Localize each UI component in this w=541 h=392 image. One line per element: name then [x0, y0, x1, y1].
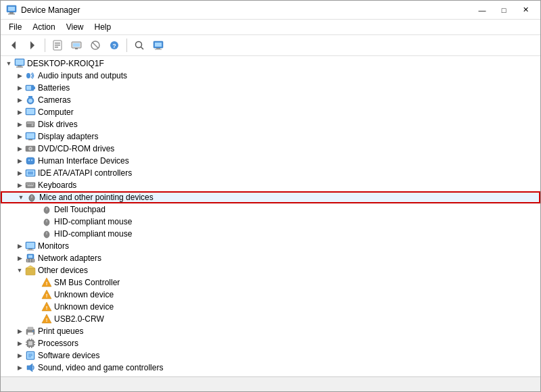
expand-other[interactable]: ▼ [14, 265, 25, 276]
tree-node-smbus[interactable]: ▶ ! SM Bus Controller [1, 276, 540, 289]
back-button[interactable] [5, 37, 22, 53]
hid-mouse-1-label: HID-compliant mouse [54, 217, 132, 226]
mouse2-icon [41, 216, 52, 227]
network-label: Network adapters [38, 253, 101, 263]
svg-rect-68 [26, 243, 34, 248]
ide-icon [25, 168, 36, 178]
network-icon [25, 253, 36, 264]
tree-node-hid-mouse-2[interactable]: ▶ HID-compliant mouse [1, 228, 540, 240]
maximize-button[interactable]: □ [494, 3, 513, 17]
expand-processors[interactable]: ▶ [14, 338, 25, 349]
mouse3-icon [41, 228, 52, 239]
tree-node-mice[interactable]: ▼ Mice and other pointing devices [1, 191, 540, 203]
svg-text:?: ? [112, 43, 116, 49]
svg-rect-20 [155, 43, 162, 47]
tree-node-ide[interactable]: ▶ IDE ATA/ATAPI controllers [1, 167, 540, 179]
tree-node-sound[interactable]: ▶ Sound, video and game controllers [1, 362, 540, 374]
svg-text:!: ! [46, 293, 48, 299]
tree-node-processors[interactable]: ▶ Processors [1, 337, 540, 349]
tree-node-display[interactable]: ▶ Display adapters [1, 130, 540, 143]
scan-button[interactable] [131, 37, 148, 53]
batteries-label: Batteries [38, 83, 70, 93]
tree-node-unknown-2[interactable]: ▶ ! Unknown device [1, 301, 540, 313]
svg-point-47 [31, 160, 32, 161]
computer2-icon [25, 107, 36, 118]
menu-action[interactable]: Action [27, 21, 60, 33]
tree-node-hid-mouse-1[interactable]: ▶ HID-compliant mouse [1, 216, 540, 228]
expand-cameras[interactable]: ▶ [14, 95, 25, 105]
forward-button[interactable] [24, 37, 41, 53]
svg-marker-5 [30, 41, 34, 49]
svg-rect-97 [29, 339, 30, 340]
expand-computer[interactable]: ▶ [14, 107, 25, 118]
svg-rect-25 [18, 66, 22, 67]
close-button[interactable]: ✕ [516, 3, 535, 17]
expand-display[interactable]: ▶ [14, 131, 25, 142]
help-button[interactable]: ? [105, 37, 123, 53]
expand-keyboards[interactable]: ▶ [14, 180, 25, 191]
other-label: Other devices [38, 266, 88, 275]
monitors-label: Monitors [38, 241, 69, 251]
expand-disk[interactable]: ▶ [14, 119, 25, 130]
menu-help[interactable]: Help [89, 21, 117, 33]
tree-node-dvd[interactable]: ▶ DVD/CD-ROM drives [1, 143, 540, 155]
expand-sound[interactable]: ▶ [14, 362, 25, 373]
tree-node-other[interactable]: ▼ Other devices [1, 264, 540, 276]
tree-node-hid[interactable]: ▶ Human Interface Devices [1, 155, 540, 167]
sound-label: Sound, video and game controllers [38, 363, 163, 372]
cameras-label: Cameras [38, 95, 71, 105]
software-label: Software devices [38, 351, 99, 360]
warning-unknown2-icon: ! [41, 301, 52, 312]
svg-rect-1 [8, 7, 15, 11]
tree-node-unknown-1[interactable]: ▶ ! Unknown device [1, 289, 540, 301]
expand-network[interactable]: ▶ [14, 253, 25, 264]
disable-button[interactable] [87, 37, 104, 53]
tree-node-disk[interactable]: ▶ Disk drives [1, 118, 540, 130]
tree-node-touchpad[interactable]: ▶ Dell Touchpad [1, 203, 540, 216]
keyboards-label: Keyboards [38, 180, 76, 190]
minimize-button[interactable]: — [473, 3, 492, 17]
warning-usb-icon: ! [41, 314, 52, 324]
tree-node-root[interactable]: ▼ DESKTOP-KROIQ1F [1, 57, 540, 70]
tree-node-batteries[interactable]: ▶ Batteries [1, 82, 540, 94]
svg-rect-51 [28, 174, 33, 175]
expand-ide[interactable]: ▶ [14, 168, 25, 178]
svg-line-18 [141, 47, 144, 50]
expand-software[interactable]: ▶ [14, 350, 25, 361]
svg-rect-98 [31, 339, 32, 340]
properties-button[interactable] [49, 37, 66, 53]
svg-rect-26 [16, 67, 23, 68]
unknown-1-label: Unknown device [54, 290, 114, 299]
svg-text:!: ! [46, 317, 48, 323]
hid-mouse-2-label: HID-compliant mouse [54, 229, 132, 239]
device-tree[interactable]: ▼ DESKTOP-KROIQ1F ▶ [1, 56, 540, 376]
expand-audio[interactable]: ▶ [14, 70, 25, 81]
expand-root[interactable]: ▼ [3, 58, 14, 69]
tree-node-audio[interactable]: ▶ Audio inputs and outputs [1, 70, 540, 82]
menu-view[interactable]: View [61, 21, 89, 33]
root-label: DESKTOP-KROIQ1F [27, 59, 104, 68]
expand-mice[interactable]: ▼ [16, 192, 26, 203]
expand-print[interactable]: ▶ [14, 326, 25, 337]
expand-monitors[interactable]: ▶ [14, 241, 25, 251]
expand-hid[interactable]: ▶ [14, 155, 25, 166]
expand-batteries[interactable]: ▶ [14, 82, 25, 93]
svg-rect-33 [28, 96, 32, 98]
display-button[interactable] [149, 37, 167, 53]
tree-node-computer[interactable]: ▶ Computer [1, 106, 540, 118]
update-driver-button[interactable] [68, 37, 85, 53]
tree-node-software[interactable]: ▶ Software devices [1, 349, 540, 362]
tree-node-network[interactable]: ▶ Network adapters [1, 252, 540, 264]
tree-node-cameras[interactable]: ▶ Cameras [1, 94, 540, 106]
svg-line-14 [93, 43, 98, 48]
svg-rect-45 [26, 157, 34, 164]
tree-node-monitors[interactable]: ▶ Monitors [1, 240, 540, 252]
expand-dvd[interactable]: ▶ [14, 143, 25, 154]
svg-rect-22 [155, 49, 162, 50]
computer-icon [14, 58, 25, 69]
menu-file[interactable]: File [3, 21, 27, 33]
tree-node-usb[interactable]: ▶ ! USB2.0-CRW [1, 313, 540, 325]
tree-node-keyboards[interactable]: ▶ Keyboards [1, 179, 540, 191]
audio-label: Audio inputs and outputs [38, 71, 127, 80]
tree-node-print[interactable]: ▶ Print queues [1, 325, 540, 337]
